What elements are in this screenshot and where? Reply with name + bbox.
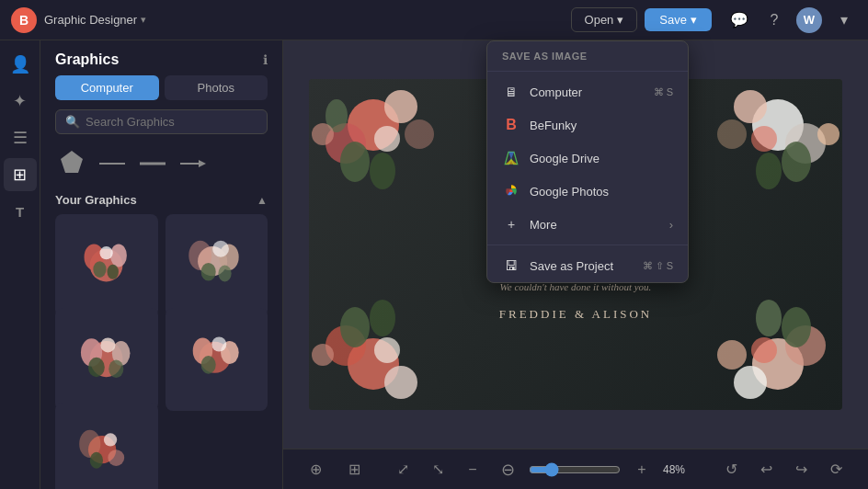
save-project-icon: 🖫 [502,256,520,275]
save-project-label: Save as Project [530,259,613,273]
computer-tab[interactable]: Computer [55,75,159,100]
save-button[interactable]: Save ▾ [645,8,712,31]
grid-icon-button[interactable]: ⊞ [340,456,368,483]
svg-point-52 [384,366,417,399]
dropdown-divider-2 [487,244,688,245]
more-label: More [530,218,557,232]
chat-icon-button[interactable]: 💬 [726,7,752,33]
svg-point-7 [110,244,127,267]
svg-point-43 [785,123,826,164]
graphic-item-4[interactable] [166,308,268,411]
fit-screen-icon-button[interactable]: ⤡ [424,456,451,483]
photos-tab[interactable]: Photos [165,75,268,100]
effects-icon-button[interactable]: ✦ [4,85,37,118]
main-area: 👤 ✦ ☰ ⊞ T Graphics ℹ Computer Photos 🔍 [0,40,868,489]
shape-item-arrow[interactable] [177,147,210,180]
left-panel: Graphics ℹ Computer Photos 🔍 [40,40,283,489]
app-logo[interactable]: BeFunkyB [11,7,37,33]
zoom-slider[interactable] [529,462,621,477]
graphic-item-2[interactable] [166,214,268,317]
graphic-item-3[interactable] [55,308,158,411]
svg-point-59 [734,366,767,399]
svg-point-57 [752,338,804,390]
graphic-item-5[interactable] [55,403,158,489]
befunky-icon: B [502,116,520,134]
svg-point-44 [734,90,767,123]
search-input[interactable] [86,115,257,129]
graphic-item-1[interactable] [55,214,158,317]
svg-marker-66 [508,152,514,159]
floral-top-right [668,79,842,235]
graphics-icon-button[interactable]: ⊞ [4,158,37,191]
save-google-photos-item[interactable]: Google Photos [487,175,688,208]
shape-item-pentagon[interactable] [55,147,88,180]
zoom-controls: ⤢ ⤡ − ⊖ + 48% [389,456,696,483]
save-project-item[interactable]: 🖫 Save as Project ⌘ ⇧ S [487,249,688,282]
zoom-label: 48% [663,463,696,476]
svg-point-50 [348,338,399,390]
text-layers-icon-button[interactable]: ☰ [4,121,37,154]
svg-point-14 [212,241,229,257]
save-more-item[interactable]: + More › [487,208,688,241]
profile-icon-button[interactable]: 👤 [4,48,37,81]
fullscreen-icon-button[interactable]: ⤢ [389,456,417,483]
svg-point-37 [340,142,370,182]
svg-point-54 [370,300,395,336]
save-befunky-item[interactable]: B BeFunky [487,108,688,142]
open-button[interactable]: Open ▾ [571,7,638,32]
floral-top-left [309,79,484,235]
svg-point-9 [93,261,106,278]
svg-point-40 [374,126,400,152]
shape-item-line2[interactable] [136,147,169,180]
panel-info-icon[interactable]: ℹ [263,52,268,67]
zoom-reset-icon-button[interactable]: ⊖ [494,456,521,483]
zoom-out-icon-button[interactable]: − [459,456,486,483]
account-chevron-icon[interactable]: ▾ [831,7,857,33]
svg-marker-4 [199,160,206,167]
save-computer-label: Computer [530,85,582,99]
dropdown-header: Save as Image [487,41,688,67]
svg-point-20 [101,338,116,353]
graphics-grid [40,214,282,489]
mode-chevron-icon[interactable]: ▾ [141,14,146,26]
svg-point-62 [751,337,777,363]
history-icon-button[interactable]: ⟳ [822,456,850,483]
layers-icon-button[interactable]: ⊕ [302,456,329,483]
your-graphics-label: Your Graphics [55,193,137,207]
help-icon-button[interactable]: ? [761,7,787,33]
svg-point-39 [326,99,348,132]
panel-title: Graphics [55,51,119,68]
svg-point-47 [756,153,782,189]
save-dropdown: Save as Image 🖥 Computer ⌘ S B BeFunky G… [486,40,689,283]
zoom-in-icon-button[interactable]: + [628,456,656,483]
history-controls: ↺ ↩ ↪ ⟳ [717,456,850,483]
redo-icon-button[interactable]: ↪ [787,456,815,483]
svg-point-27 [200,357,215,375]
google-photos-icon [502,182,520,200]
svg-point-46 [782,142,811,182]
refresh-icon-button[interactable]: ↺ [717,456,745,483]
save-photos-label: Google Photos [530,185,609,199]
svg-point-16 [218,266,231,282]
text-icon-button[interactable]: T [4,195,37,228]
icon-bar: 👤 ✦ ☰ ⊞ T [0,40,40,489]
save-drive-label: Google Drive [530,152,600,165]
bottom-toolbar: ⊕ ⊞ ⤢ ⤡ − ⊖ + 48% ↺ ↩ ↪ ⟳ [283,449,868,489]
svg-point-35 [384,90,417,123]
svg-point-51 [326,325,366,366]
more-chevron-icon: › [669,218,673,232]
your-graphics-chevron-icon[interactable]: ▲ [257,194,268,207]
svg-point-63 [717,340,747,370]
save-google-drive-item[interactable]: Google Drive [487,142,688,175]
svg-point-30 [104,433,117,446]
save-to-computer-item[interactable]: 🖥 Computer ⌘ S [487,75,688,108]
project-shortcut: ⌘ ⇧ S [643,260,673,272]
svg-marker-0 [61,151,83,173]
user-avatar[interactable]: W [796,7,822,33]
names-text: FREDDIE & ALISON [491,307,660,322]
computer-icon: 🖥 [502,83,520,101]
open-chevron-icon: ▾ [617,13,623,27]
shape-item-line1[interactable] [96,147,129,180]
undo-icon-button[interactable]: ↩ [752,456,780,483]
your-graphics-section-header: Your Graphics ▲ [40,188,282,214]
